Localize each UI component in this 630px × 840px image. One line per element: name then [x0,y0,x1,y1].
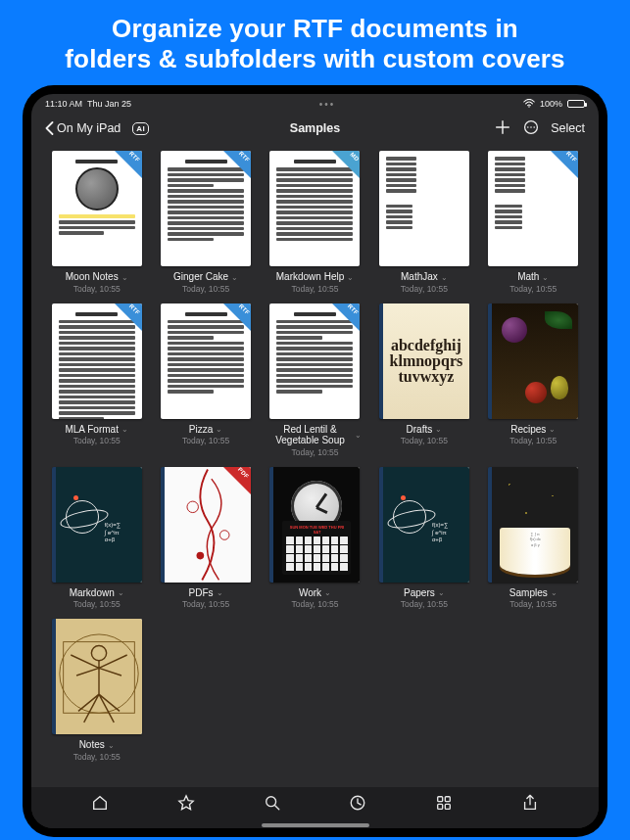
item-subtitle: Today, 10:55 [73,284,121,294]
chevron-down-icon[interactable]: ⌄ [324,588,331,597]
wifi-icon [523,99,535,110]
document-item[interactable]: f(x)=∑∫ e^iπα+βPapers⌄Today, 10:55 [376,467,471,610]
chevron-down-icon[interactable]: ⌄ [542,273,549,282]
item-title: Markdown [70,587,115,599]
status-bar: 11:10 AM Thu Jan 25 ••• 100% [31,94,599,112]
svg-point-7 [197,552,205,560]
document-thumbnail[interactable]: RTF [52,303,142,419]
item-subtitle: Today, 10:55 [73,752,121,762]
item-subtitle: Today, 10:55 [182,599,229,609]
document-item[interactable]: Recipes⌄Today, 10:55 [486,303,581,457]
item-title: Pizza [189,424,213,436]
document-thumbnail[interactable]: RTF [269,303,360,419]
item-title: Moon Notes [66,271,119,283]
app-screen: 11:10 AM Thu Jan 25 ••• 100% On My iPad … [31,94,599,828]
home-indicator [262,823,369,827]
filetype-tag: RTF [332,303,360,331]
folder-thumbnail[interactable] [52,619,142,734]
chevron-down-icon[interactable]: ⌄ [216,425,222,434]
folder-thumbnail[interactable]: SUN MON TUE WED THU FRI SAT [269,467,360,583]
document-thumbnail[interactable]: RTF [52,151,142,266]
document-thumbnail[interactable]: MD [269,151,360,266]
tab-home[interactable] [91,794,109,816]
chevron-down-icon[interactable]: ⌄ [551,588,557,597]
add-button[interactable] [494,118,511,139]
item-subtitle: Today, 10:55 [291,284,338,294]
tab-share[interactable] [521,794,539,816]
document-thumbnail[interactable]: RTF [161,303,251,419]
item-subtitle: Today, 10:55 [182,436,229,445]
more-button[interactable] [523,119,539,138]
ai-badge[interactable]: AI [132,122,149,135]
folder-thumbnail[interactable]: PDF [161,467,251,583]
folder-thumbnail[interactable] [488,303,578,419]
svg-point-3 [530,126,532,128]
folder-thumbnail[interactable]: f(x)=∑∫ e^iπα+β [379,467,469,583]
chevron-down-icon[interactable]: ⌄ [435,425,442,434]
folder-thumbnail[interactable]: f(x)=∑∫ e^iπα+β [52,467,142,583]
item-title: Samples [509,587,548,599]
document-item[interactable]: PDFPDFs⌄Today, 10:55 [158,467,253,610]
chevron-down-icon[interactable]: ⌄ [108,741,115,750]
item-title: PDFs [189,587,214,599]
chevron-down-icon[interactable]: ⌄ [118,588,124,597]
select-button[interactable]: Select [551,121,585,135]
folder-thumbnail[interactable]: ∑ ∫ πf(x) dxα β γ [488,467,578,583]
chevron-left-icon [45,121,54,135]
document-item[interactable]: Notes⌄Today, 10:55 [49,619,144,762]
chevron-down-icon[interactable]: ⌄ [121,273,128,282]
back-button[interactable]: On My iPad [45,121,121,135]
item-subtitle: Today, 10:55 [182,284,229,294]
item-title: Notes [79,739,105,751]
chevron-down-icon[interactable]: ⌄ [438,588,445,597]
item-title: Work [299,587,321,599]
document-item[interactable]: RTFMLA Format⌄Today, 10:55 [49,303,144,457]
chevron-down-icon[interactable]: ⌄ [355,431,362,440]
status-date: Thu Jan 25 [87,99,131,109]
document-thumbnail[interactable]: RTF [488,151,578,266]
document-item[interactable]: SUN MON TUE WED THU FRI SATWork⌄Today, 1… [267,467,363,610]
item-subtitle: Today, 10:55 [509,599,557,609]
document-item[interactable]: RTFPizza⌄Today, 10:55 [158,303,253,457]
item-title: Papers [404,587,435,599]
document-item[interactable]: ∑ ∫ πf(x) dxα β γSamples⌄Today, 10:55 [486,467,581,610]
filetype-tag: RTF [115,151,142,178]
document-item[interactable]: RTFMath⌄Today, 10:55 [486,151,581,294]
item-title: Drafts [407,424,433,436]
document-item[interactable]: MathJax⌄Today, 10:55 [376,151,471,294]
filetype-tag: RTF [223,303,251,331]
filetype-tag: PDF [223,467,251,494]
svg-point-11 [266,797,275,807]
document-item[interactable]: abcdefghijklmnopqrstuvwxyzDrafts⌄Today, … [376,303,471,457]
tab-search[interactable] [264,794,281,816]
filetype-tag: RTF [115,303,142,331]
document-item[interactable]: MDMarkdown Help⌄Today, 10:55 [267,151,363,294]
folder-thumbnail[interactable]: abcdefghijklmnopqrstuvwxyz [379,303,469,419]
item-subtitle: Today, 10:55 [73,436,121,445]
tab-bar [31,787,599,828]
tab-favorites[interactable] [177,794,195,816]
item-subtitle: Today, 10:55 [401,284,448,294]
document-item[interactable]: RTFGinger Cake⌄Today, 10:55 [158,151,253,294]
item-title: Math [517,271,539,283]
chevron-down-icon[interactable]: ⌄ [231,273,238,282]
chevron-down-icon[interactable]: ⌄ [441,273,448,282]
item-subtitle: Today, 10:55 [401,436,448,445]
chevron-down-icon[interactable]: ⌄ [549,425,556,434]
ipad-frame: 11:10 AM Thu Jan 25 ••• 100% On My iPad … [23,85,607,837]
document-thumbnail[interactable]: RTF [161,151,251,266]
chevron-down-icon[interactable]: ⌄ [347,273,354,282]
svg-point-5 [187,501,198,512]
item-title: Markdown Help [276,271,344,283]
promo-headline: Organize your RTF documents in folders &… [0,0,630,85]
chevron-down-icon[interactable]: ⌄ [121,425,128,434]
document-thumbnail[interactable] [379,151,469,266]
filetype-tag: RTF [551,151,578,178]
document-item[interactable]: RTFRed Lentil & Vegetable Soup⌄Today, 10… [267,303,363,457]
chevron-down-icon[interactable]: ⌄ [217,588,223,597]
item-subtitle: Today, 10:55 [509,436,557,445]
document-item[interactable]: f(x)=∑∫ e^iπα+βMarkdown⌄Today, 10:55 [49,467,144,610]
tab-recent[interactable] [349,794,366,816]
tab-browse[interactable] [435,794,453,816]
document-item[interactable]: RTFMoon Notes⌄Today, 10:55 [49,151,144,294]
